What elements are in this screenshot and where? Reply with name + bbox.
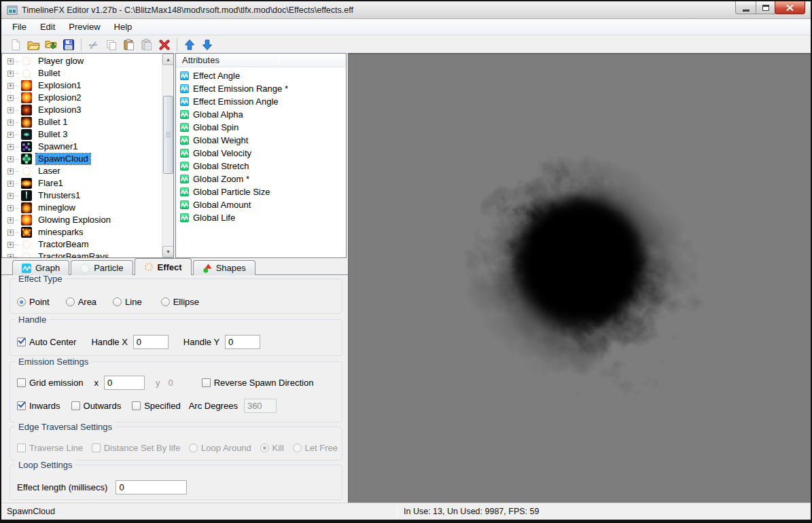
menu-item[interactable]: File bbox=[5, 20, 33, 34]
attribute-item[interactable]: Global Spin bbox=[176, 121, 346, 134]
tab-graph[interactable]: Graph bbox=[12, 260, 69, 275]
radio-area[interactable] bbox=[66, 297, 75, 306]
handle-y-input[interactable] bbox=[225, 335, 260, 349]
move-down-button[interactable] bbox=[198, 37, 216, 53]
column-divider[interactable] bbox=[279, 55, 279, 65]
radio-point[interactable] bbox=[17, 297, 26, 306]
tree-item[interactable]: + Laser bbox=[2, 165, 162, 177]
status-selected-effect: SpawnCloud bbox=[1, 507, 397, 516]
graph-curve-icon bbox=[180, 162, 189, 170]
outwards-checkbox[interactable] bbox=[71, 401, 80, 410]
expand-plus-icon[interactable]: + bbox=[7, 120, 14, 126]
expand-plus-icon[interactable]: + bbox=[7, 168, 14, 175]
attribute-item[interactable]: Effect Emission Angle bbox=[176, 95, 346, 108]
menu-item[interactable]: Edit bbox=[33, 20, 62, 34]
radio-ellipse[interactable] bbox=[161, 297, 170, 306]
expand-plus-icon[interactable]: + bbox=[7, 230, 14, 236]
menu-item[interactable]: Preview bbox=[62, 20, 107, 34]
tab-label: Particle bbox=[94, 263, 123, 273]
tree-item[interactable]: + Explosion2 bbox=[2, 92, 162, 104]
tree-scrollbar[interactable]: ▲ ▼ bbox=[162, 54, 173, 257]
minimize-button[interactable] bbox=[735, 1, 756, 14]
expand-plus-icon[interactable]: + bbox=[7, 58, 14, 65]
close-button[interactable] bbox=[775, 1, 805, 14]
tree-item[interactable]: + minesparks bbox=[2, 226, 162, 238]
attribute-label: Global Spin bbox=[193, 122, 239, 132]
menu-item[interactable]: Help bbox=[107, 20, 139, 34]
attribute-item[interactable]: Global Alpha bbox=[176, 108, 346, 121]
grid-emission-checkbox[interactable] bbox=[17, 378, 26, 387]
radio-line[interactable] bbox=[113, 297, 122, 306]
scroll-down-button[interactable]: ▼ bbox=[162, 246, 174, 257]
expand-plus-icon[interactable]: + bbox=[7, 217, 14, 223]
tree-item[interactable]: + Bullet 3 bbox=[2, 128, 162, 141]
expand-plus-icon[interactable]: + bbox=[7, 156, 14, 162]
scroll-up-button[interactable]: ▲ bbox=[162, 54, 174, 65]
attribute-item[interactable]: Global Amount bbox=[176, 198, 346, 211]
attribute-item[interactable]: Effect Angle bbox=[176, 69, 346, 82]
reverse-spawn-checkbox[interactable] bbox=[202, 378, 211, 387]
tree-item[interactable]: + SpawnCloud bbox=[2, 153, 162, 165]
expand-plus-icon[interactable]: + bbox=[7, 144, 14, 150]
attribute-item[interactable]: Global Particle Size bbox=[176, 185, 346, 198]
effect-length-input[interactable] bbox=[116, 480, 187, 494]
scrollbar-thumb[interactable] bbox=[163, 96, 173, 174]
cut-button: ✂ bbox=[85, 37, 103, 53]
tab-effect[interactable]: Effect bbox=[135, 258, 192, 275]
tree-connector bbox=[14, 208, 18, 209]
maximize-button[interactable] bbox=[756, 1, 775, 14]
tree-item[interactable]: + TractorBeam bbox=[2, 238, 162, 251]
expand-plus-icon[interactable]: + bbox=[7, 83, 14, 89]
specified-checkbox[interactable] bbox=[132, 401, 141, 410]
delete-button[interactable] bbox=[156, 37, 173, 53]
move-up-button[interactable] bbox=[181, 37, 198, 53]
open-button[interactable] bbox=[24, 37, 42, 53]
expand-plus-icon[interactable]: + bbox=[7, 205, 14, 211]
expand-plus-icon[interactable]: + bbox=[7, 254, 14, 258]
attribute-item[interactable]: Global Velocity bbox=[176, 147, 346, 160]
expand-plus-icon[interactable]: + bbox=[7, 107, 14, 113]
tree-item[interactable]: + Explosion1 bbox=[2, 79, 162, 92]
auto-center-checkbox[interactable] bbox=[17, 338, 26, 346]
attribute-item[interactable]: Global Stretch bbox=[176, 160, 346, 173]
effect-thumbnail-icon bbox=[21, 166, 32, 177]
attribute-item[interactable]: Global Weight bbox=[176, 134, 346, 147]
grid-emission-label: Grid emission bbox=[29, 378, 83, 388]
handle-x-input[interactable] bbox=[133, 335, 169, 349]
expand-plus-icon[interactable]: + bbox=[7, 95, 14, 101]
tree-item[interactable]: + Flare1 bbox=[2, 177, 162, 190]
tree-item[interactable]: + Glowing Explosion bbox=[2, 214, 162, 226]
expand-plus-icon[interactable]: + bbox=[7, 193, 14, 199]
preview-viewport[interactable] bbox=[348, 53, 811, 503]
grid-x-input[interactable] bbox=[104, 376, 145, 390]
tree-item[interactable]: + Bullet bbox=[2, 67, 162, 79]
effect-thumbnail-icon bbox=[21, 56, 32, 67]
expand-plus-icon[interactable]: + bbox=[7, 181, 14, 187]
toolbar: ✂ bbox=[1, 36, 811, 54]
tree-item[interactable]: + Explosion3 bbox=[2, 104, 162, 116]
tree-item[interactable]: + Thrusters1 bbox=[2, 190, 162, 202]
expand-plus-icon[interactable]: + bbox=[7, 71, 14, 77]
arrow-down-icon bbox=[201, 39, 213, 51]
save-button[interactable] bbox=[60, 37, 77, 53]
inwards-checkbox[interactable] bbox=[17, 401, 26, 410]
tab-particle[interactable]: Particle bbox=[71, 260, 133, 275]
paste-button[interactable] bbox=[120, 37, 138, 53]
expand-plus-icon[interactable]: + bbox=[7, 132, 14, 138]
attribute-item[interactable]: Global Zoom * bbox=[176, 173, 346, 185]
import-button[interactable] bbox=[42, 37, 60, 53]
tree-connector bbox=[14, 147, 18, 147]
attribute-item[interactable]: Global Life bbox=[176, 211, 346, 224]
tree-item[interactable]: + Spawner1 bbox=[2, 141, 162, 153]
tree-item[interactable]: + TractorBeamRays bbox=[2, 251, 162, 257]
attribute-item[interactable]: Effect Emission Range * bbox=[176, 82, 346, 95]
app-icon[interactable] bbox=[7, 5, 18, 16]
tree-item[interactable]: + mineglow bbox=[2, 202, 162, 214]
expand-plus-icon[interactable]: + bbox=[7, 242, 14, 248]
attributes-column-header[interactable]: Attributes bbox=[176, 54, 346, 67]
tree-item[interactable]: + Bullet 1 bbox=[2, 116, 162, 128]
tab-shapes[interactable]: Shapes bbox=[193, 260, 255, 275]
tree-item[interactable]: + Player glow bbox=[2, 55, 162, 67]
auto-center-label: Auto Center bbox=[29, 337, 76, 347]
title-bar[interactable]: TimelineFX Editor v1.27b - C:\BlitzMax14… bbox=[1, 1, 811, 19]
